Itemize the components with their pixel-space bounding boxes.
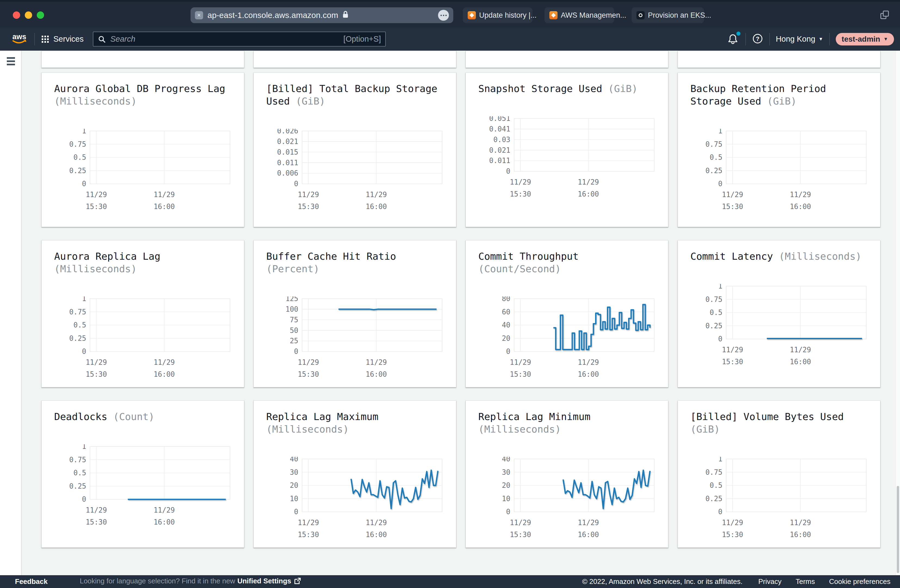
y-axis-tick-label: 0.75 bbox=[69, 308, 86, 316]
chart-card-cutoff[interactable] bbox=[466, 51, 668, 68]
unified-settings-link[interactable]: Unified Settings bbox=[237, 577, 291, 585]
collapsed-sidebar bbox=[0, 51, 22, 575]
chart-card-cutoff[interactable] bbox=[41, 51, 244, 68]
chart-card[interactable]: Aurora Global DB Progress Lag (Milliseco… bbox=[41, 72, 244, 227]
chevron-down-icon: ▼ bbox=[883, 36, 888, 42]
bookmark-tab-aws-management[interactable]: AWS Managemen... bbox=[545, 7, 614, 23]
y-axis-tick-label: 0 bbox=[294, 180, 298, 188]
chart-card[interactable]: Commit Throughput (Count/Second) 8060402… bbox=[466, 240, 668, 387]
bookmark-tab-provision-eks[interactable]: Provision an EKS... bbox=[632, 7, 704, 23]
chart-card-cutoff[interactable] bbox=[678, 51, 880, 68]
y-axis-tick-label: 0.25 bbox=[705, 322, 722, 330]
chart-title-text: Buffer Cache Hit Ratio bbox=[266, 251, 396, 262]
x-axis-tick-date: 11/29 bbox=[722, 191, 743, 199]
search-input[interactable] bbox=[110, 34, 340, 44]
chart-unit: (Count) bbox=[113, 411, 155, 422]
url-text: ap-east-1.console.aws.amazon.com bbox=[208, 11, 338, 20]
y-axis-tick-label: 20 bbox=[502, 481, 510, 489]
y-axis-tick-label: 0 bbox=[294, 348, 298, 355]
notification-dot bbox=[736, 32, 740, 36]
feedback-link[interactable]: Feedback bbox=[15, 577, 48, 586]
chart-title: Snapshot Storage Used (GiB) bbox=[478, 82, 656, 95]
chart-title-text: Replica Lag Maximum bbox=[266, 411, 379, 422]
x-axis-tick-time: 16:00 bbox=[366, 531, 387, 539]
y-axis-tick-label: 125 bbox=[286, 296, 298, 303]
search-box[interactable]: [Option+S] bbox=[93, 32, 386, 47]
charts-row-3: Deadlocks (Count) 10.750.50.25011/2915:3… bbox=[41, 400, 900, 548]
copyright-text: © 2022, Amazon Web Services, Inc. or its… bbox=[582, 577, 742, 586]
chart-card[interactable]: Backup Retention Period Storage Used (Gi… bbox=[678, 72, 880, 227]
x-axis-tick-date: 11/29 bbox=[86, 506, 107, 514]
window-close-button[interactable] bbox=[13, 11, 20, 19]
y-axis-tick-label: 50 bbox=[290, 326, 298, 335]
y-axis-tick-label: 0.03 bbox=[493, 136, 510, 144]
y-axis-tick-label: 0 bbox=[506, 508, 511, 516]
console-footer: Feedback Looking for language selection?… bbox=[0, 575, 900, 588]
chart-unit: (Milliseconds) bbox=[779, 251, 861, 262]
chart-title: Commit Latency (Milliseconds) bbox=[691, 250, 867, 263]
account-menu-button[interactable]: test-admin ▼ bbox=[836, 33, 894, 45]
chart-card[interactable]: Replica Lag Maximum (Milliseconds) 40302… bbox=[253, 400, 456, 548]
notifications-bell-button[interactable] bbox=[728, 33, 739, 45]
chart-card[interactable]: [Billed] Volume Bytes Used (GiB) 10.750.… bbox=[678, 400, 880, 548]
x-axis-tick-date: 11/29 bbox=[298, 191, 319, 199]
window-zoom-button[interactable] bbox=[37, 11, 44, 19]
region-selector[interactable]: Hong Kong ▼ bbox=[776, 34, 823, 43]
chart-title-text: Aurora Global DB Progress Lag bbox=[54, 83, 225, 94]
chart-card-cutoff[interactable] bbox=[253, 51, 456, 68]
y-axis-tick-label: 20 bbox=[502, 334, 510, 343]
grid-icon bbox=[41, 35, 50, 43]
aws-favicon-icon bbox=[468, 11, 476, 19]
external-link-icon bbox=[294, 577, 301, 586]
chart-title: Commit Throughput (Count/Second) bbox=[478, 250, 656, 275]
chart-card[interactable]: Commit Latency (Milliseconds) 10.750.50.… bbox=[678, 240, 880, 387]
cookie-preferences-link[interactable]: Cookie preferences bbox=[829, 577, 891, 586]
y-axis-tick-label: 0.041 bbox=[489, 125, 511, 133]
scrollbar-thumb[interactable] bbox=[897, 486, 899, 573]
aws-logo[interactable]: aws bbox=[10, 33, 28, 46]
x-axis-tick-time: 16:00 bbox=[578, 190, 599, 198]
hamburger-menu-icon[interactable] bbox=[7, 57, 15, 67]
services-menu-button[interactable]: Services bbox=[41, 34, 84, 43]
tab-overview-icon[interactable] bbox=[880, 11, 890, 20]
chart-plot: 0.0260.0210.0150.0110.006011/2915:3011/2… bbox=[266, 129, 444, 213]
y-axis-tick-label: 30 bbox=[290, 468, 298, 476]
x-axis-tick-time: 16:00 bbox=[578, 370, 599, 379]
chart-card[interactable]: Snapshot Storage Used (GiB) 0.0510.0410.… bbox=[466, 72, 668, 227]
x-axis-tick-date: 11/29 bbox=[366, 358, 387, 366]
y-axis-tick-label: 0.5 bbox=[710, 153, 723, 161]
terms-link[interactable]: Terms bbox=[796, 577, 815, 586]
window-minimize-button[interactable] bbox=[25, 11, 32, 19]
chart-title-text: [Billed] Total Backup Storage Used bbox=[266, 83, 438, 107]
privacy-link[interactable]: Privacy bbox=[759, 577, 782, 586]
y-axis-tick-label: 0.75 bbox=[705, 140, 722, 148]
scrollbar-track[interactable] bbox=[895, 51, 900, 575]
chart-title: [Billed] Volume Bytes Used (GiB) bbox=[691, 411, 867, 436]
chart-title: Replica Lag Maximum (Milliseconds) bbox=[266, 411, 444, 436]
x-axis-tick-time: 16:00 bbox=[366, 203, 387, 211]
extensions-ellipsis-icon[interactable] bbox=[438, 10, 449, 21]
y-axis-tick-label: 0 bbox=[82, 495, 86, 503]
y-axis-tick-label: 10 bbox=[502, 495, 510, 503]
y-axis-tick-label: 0.25 bbox=[69, 167, 86, 175]
plot-border bbox=[514, 118, 654, 171]
y-axis-tick-label: 20 bbox=[290, 481, 298, 489]
address-bar[interactable]: × ap-east-1.console.aws.amazon.com bbox=[191, 7, 453, 23]
x-axis-tick-date: 11/29 bbox=[154, 191, 175, 199]
chart-unit: (Milliseconds) bbox=[54, 96, 137, 107]
chart-plot: 125100755025011/2915:3011/2916:00 bbox=[266, 296, 444, 380]
x-axis-tick-date: 11/29 bbox=[86, 191, 107, 199]
chart-title-text: Snapshot Storage Used bbox=[478, 83, 608, 94]
chart-card[interactable]: Deadlocks (Count) 10.750.50.25011/2915:3… bbox=[41, 400, 244, 548]
help-button[interactable]: ? bbox=[752, 33, 763, 45]
chart-title: Aurora Global DB Progress Lag (Milliseco… bbox=[54, 82, 231, 107]
chart-card[interactable]: Aurora Replica Lag (Milliseconds) 10.750… bbox=[41, 240, 244, 387]
chart-card[interactable]: Replica Lag Minimum (Milliseconds) 40302… bbox=[466, 400, 668, 548]
chart-title-text: Replica Lag Minimum bbox=[478, 411, 590, 422]
chart-card[interactable]: [Billed] Total Backup Storage Used (GiB)… bbox=[253, 72, 456, 227]
bookmark-tab-update-history[interactable]: Update history |... bbox=[463, 7, 532, 23]
chart-card[interactable]: Buffer Cache Hit Ratio (Percent) 1251007… bbox=[253, 240, 456, 387]
chart-plot: 0.0510.0410.030.0210.011011/2915:3011/29… bbox=[478, 116, 656, 200]
y-axis-tick-label: 1 bbox=[82, 296, 86, 303]
x-axis-tick-date: 11/29 bbox=[154, 506, 175, 514]
